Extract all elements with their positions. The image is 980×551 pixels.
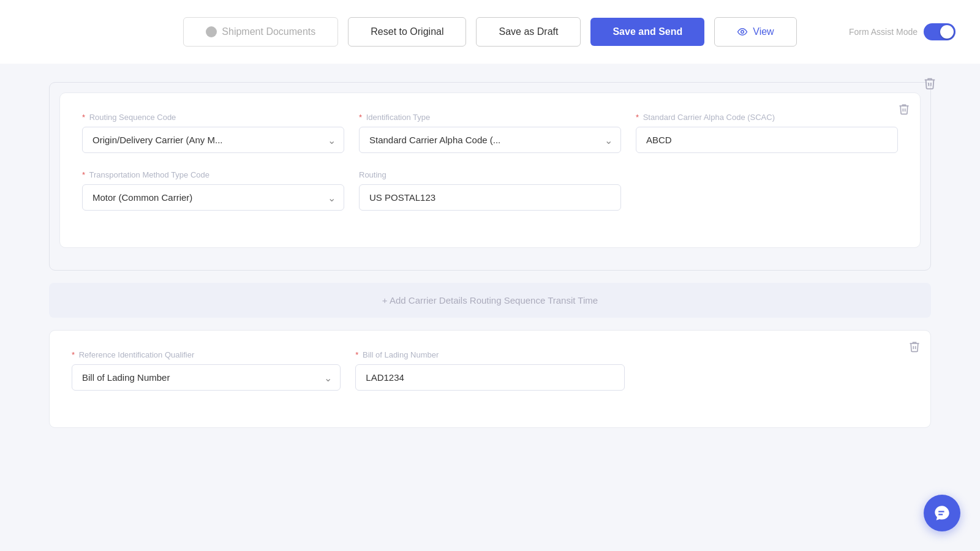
carrier-card: * Routing Sequence Code Origin/Delivery … [59,92,921,248]
form-row-2: * Transportation Method Type Code Motor … [82,170,898,211]
document-btn-label: Shipment Documents [222,26,315,37]
required-star-6: * [355,350,358,359]
document-icon [206,26,217,37]
send-button[interactable]: Save and Send [590,18,704,46]
chat-icon [933,504,951,522]
reference-qualifier-select-wrapper: Bill of Lading Number ⌄ [72,364,341,391]
add-carrier-label: + Add Carrier Details Routing Sequence T… [382,295,598,305]
svg-point-0 [741,31,744,34]
routing-sequence-select[interactable]: Origin/Delivery Carrier (Any M... [82,127,344,153]
required-star-3: * [636,113,639,122]
bol-number-input[interactable] [355,364,624,391]
routing-sequence-group: * Routing Sequence Code Origin/Delivery … [82,113,344,153]
transport-method-select[interactable]: Motor (Common Carrier) [82,184,344,211]
routing-input[interactable] [359,184,621,211]
identification-type-select-wrapper: Standard Carrier Alpha Code (... ⌄ [359,127,621,153]
view-icon [737,26,748,37]
required-star-4: * [82,170,85,179]
action-buttons: Shipment Documents Reset to Original Sav… [183,17,796,47]
scac-label: * Standard Carrier Alpha Code (SCAC) [636,113,898,122]
transport-method-select-wrapper: Motor (Common Carrier) ⌄ [82,184,344,211]
bol-number-group: * Bill of Lading Number [355,350,624,391]
routing-sequence-select-wrapper: Origin/Delivery Carrier (Any M... ⌄ [82,127,344,153]
content-area: * Routing Sequence Code Origin/Delivery … [0,64,980,459]
reference-qualifier-select[interactable]: Bill of Lading Number [72,364,341,391]
form-assist-section: Form Assist Mode [849,23,956,40]
transport-method-label: * Transportation Method Type Code [82,170,344,179]
reference-qualifier-group: * Reference Identification Qualifier Bil… [72,350,341,391]
routing-label: Routing [359,170,621,179]
top-bar: Shipment Documents Reset to Original Sav… [0,0,980,64]
routing-sequence-label: * Routing Sequence Code [82,113,344,122]
draft-button[interactable]: Save as Draft [476,17,581,47]
card-delete-button[interactable] [898,103,910,118]
required-star-2: * [359,113,362,122]
reference-qualifier-label: * Reference Identification Qualifier [72,350,341,359]
form-assist-label: Form Assist Mode [849,27,918,37]
view-btn-label: View [753,26,774,37]
required-star-1: * [82,113,85,122]
document-button[interactable]: Shipment Documents [183,17,338,47]
draft-btn-label: Save as Draft [499,26,558,37]
transport-method-group: * Transportation Method Type Code Motor … [82,170,344,211]
reference-delete-button[interactable] [908,340,921,356]
routing-group: Routing [359,170,621,211]
bol-number-label: * Bill of Lading Number [355,350,624,359]
send-btn-label: Save and Send [612,26,682,37]
reset-btn-label: Reset to Original [371,26,443,37]
form-row-1: * Routing Sequence Code Origin/Delivery … [82,113,898,153]
identification-type-select[interactable]: Standard Carrier Alpha Code (... [359,127,621,153]
required-star-5: * [72,350,75,359]
form-assist-toggle[interactable] [924,23,956,40]
identification-type-label: * Identification Type [359,113,621,122]
view-button[interactable]: View [714,17,796,47]
identification-type-group: * Identification Type Standard Carrier A… [359,113,621,153]
reference-form-row: * Reference Identification Qualifier Bil… [72,350,908,391]
reference-card: * Reference Identification Qualifier Bil… [49,330,931,428]
outer-delete-button[interactable] [923,77,937,94]
scac-group: * Standard Carrier Alpha Code (SCAC) [636,113,898,153]
outer-card-wrapper: * Routing Sequence Code Origin/Delivery … [49,82,931,271]
add-carrier-button[interactable]: + Add Carrier Details Routing Sequence T… [49,283,931,318]
chat-bubble[interactable] [924,495,960,531]
scac-input[interactable] [636,127,898,153]
reset-button[interactable]: Reset to Original [348,17,466,47]
